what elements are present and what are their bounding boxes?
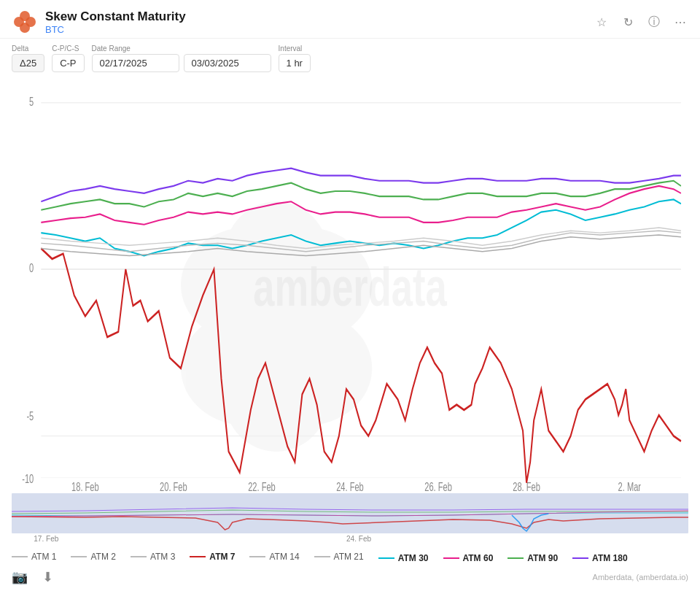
legend: ATM 1 ATM 2 ATM 3 ATM 7 ATM 14 ATM 21	[0, 544, 700, 566]
atm21-label: ATM 21	[334, 552, 364, 562]
atm30-line	[378, 557, 394, 560]
info-icon[interactable]: ⓘ	[646, 14, 662, 30]
legend-atm3: ATM 3	[131, 550, 175, 563]
atm60-line	[443, 557, 459, 560]
svg-text:24. Feb: 24. Feb	[336, 481, 364, 493]
download-icon[interactable]: ⬇	[42, 569, 53, 585]
legend-atm180: ATM 180	[572, 553, 627, 563]
svg-text:-5: -5	[26, 410, 34, 422]
logo-icon	[12, 9, 38, 35]
atm180-line	[572, 557, 588, 560]
atm90-label: ATM 90	[527, 553, 558, 563]
svg-text:-10: -10	[22, 473, 34, 485]
main-chart-svg: amberdata 5 0 -5 -10 18. Feb	[12, 77, 688, 493]
atm7-label: ATM 7	[209, 552, 235, 562]
delta-button[interactable]: Δ25	[12, 54, 44, 72]
atm7-line	[190, 556, 206, 558]
cp-control: C-P/C-S C-P	[52, 45, 84, 72]
bookmark-icon[interactable]: ☆	[594, 14, 610, 30]
atm60-label: ATM 60	[463, 553, 494, 563]
date-start-input[interactable]	[92, 54, 179, 72]
svg-text:20. Feb: 20. Feb	[160, 481, 187, 493]
footer: 📷 ⬇ Amberdata, (amberdata.io)	[0, 566, 700, 591]
legend-atm90: ATM 90	[508, 553, 558, 563]
atm14-label: ATM 14	[269, 552, 299, 562]
interval-label: Interval	[279, 45, 311, 53]
menu-icon[interactable]: ⋯	[672, 14, 688, 30]
mini-chart-svg: 17. Feb 24. Feb	[12, 493, 688, 544]
atm2-label: ATM 2	[90, 552, 115, 562]
legend-atm60: ATM 60	[443, 553, 494, 563]
svg-point-3	[20, 23, 30, 33]
main-chart-area: amberdata 5 0 -5 -10 18. Feb	[0, 77, 700, 493]
svg-text:2. Mar: 2. Mar	[618, 481, 642, 493]
legend-row-2: ATM 30 ATM 60 ATM 90 ATM 180	[378, 553, 628, 563]
legend-atm7: ATM 7	[190, 550, 235, 563]
svg-text:26. Feb: 26. Feb	[424, 481, 452, 493]
svg-text:24. Feb: 24. Feb	[346, 535, 372, 543]
svg-text:0: 0	[29, 263, 34, 275]
page-subtitle: BTC	[45, 24, 186, 35]
atm30-label: ATM 30	[398, 553, 429, 563]
header: Skew Constant Maturity BTC ☆ ↻ ⓘ ⋯	[0, 0, 700, 39]
svg-text:22. Feb: 22. Feb	[248, 481, 276, 493]
legend-atm2: ATM 2	[71, 550, 115, 563]
atm180-label: ATM 180	[592, 553, 627, 563]
page-title: Skew Constant Maturity	[45, 9, 186, 24]
atm3-label: ATM 3	[150, 552, 175, 562]
refresh-icon[interactable]: ↻	[620, 14, 636, 30]
title-block: Skew Constant Maturity BTC	[45, 9, 186, 35]
atm21-line	[314, 556, 330, 557]
cp-label: C-P/C-S	[52, 45, 84, 53]
atm1-label: ATM 1	[31, 552, 56, 562]
atm3-line	[131, 556, 147, 557]
mini-chart-area: 17. Feb 24. Feb	[12, 493, 688, 544]
atm14-line	[249, 556, 265, 557]
date-range-control: Date Range	[92, 45, 271, 72]
legend-atm30: ATM 30	[378, 553, 429, 563]
svg-text:18. Feb: 18. Feb	[71, 481, 99, 493]
header-left: Skew Constant Maturity BTC	[12, 9, 186, 35]
date-range-label: Date Range	[92, 45, 271, 53]
cp-button[interactable]: C-P	[52, 54, 84, 72]
interval-button[interactable]: 1 hr	[279, 54, 311, 72]
legend-atm14: ATM 14	[249, 550, 299, 563]
svg-text:17. Feb: 17. Feb	[34, 535, 59, 543]
svg-text:5: 5	[29, 96, 34, 108]
interval-control: Interval 1 hr	[279, 45, 311, 72]
legend-atm1: ATM 1	[12, 550, 56, 563]
camera-icon[interactable]: 📷	[12, 569, 28, 585]
atm1-line	[12, 556, 28, 557]
date-end-input[interactable]	[184, 54, 271, 72]
footer-icons: 📷 ⬇	[12, 569, 53, 585]
atm90-line	[508, 557, 524, 560]
atm2-line	[71, 556, 87, 557]
delta-label: Delta	[12, 45, 44, 53]
delta-control: Delta Δ25	[12, 45, 44, 72]
legend-row-1: ATM 1 ATM 2 ATM 3 ATM 7 ATM 14 ATM 21	[12, 550, 364, 563]
legend-atm21: ATM 21	[314, 550, 364, 563]
svg-point-2	[20, 11, 30, 21]
header-icons: ☆ ↻ ⓘ ⋯	[594, 14, 688, 30]
controls-bar: Delta Δ25 C-P/C-S C-P Date Range Interva…	[0, 39, 700, 77]
attribution-text: Amberdata, (amberdata.io)	[593, 573, 688, 582]
